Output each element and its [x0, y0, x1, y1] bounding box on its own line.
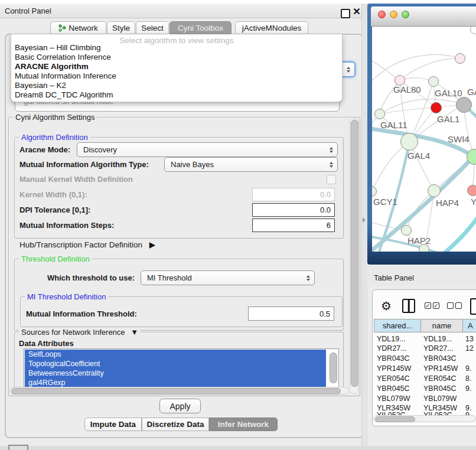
kernel-width-field[interactable]: 0.0: [252, 188, 335, 201]
dropdown-item[interactable]: Mutual Information Inference: [13, 71, 340, 81]
node-label: HAP2: [407, 236, 431, 246]
tab-infer-network-label: Infer Network: [218, 420, 269, 429]
table-cell[interactable]: YBR043C: [423, 354, 457, 363]
tab-discretize-data[interactable]: Discretize Data: [142, 418, 209, 431]
columns-icon[interactable]: [402, 299, 415, 313]
node-label: GAL11: [380, 120, 407, 130]
table-cell[interactable]: YER054C: [423, 374, 457, 383]
bottom-strip: [0, 446, 476, 450]
table-cell[interactable]: 9: [465, 411, 470, 415]
minimize-traffic-light-icon[interactable]: [390, 11, 397, 18]
tab-style[interactable]: Style: [107, 21, 135, 34]
table-cell[interactable]: YPR145W: [377, 364, 411, 373]
settings-vscroll-track[interactable]: [350, 118, 358, 394]
unchecked-checkbox-icon[interactable]: [455, 302, 462, 309]
mi-steps-field[interactable]: 6: [252, 219, 335, 232]
settings-vscroll-thumb[interactable]: [351, 120, 358, 387]
node-hap4[interactable]: [428, 184, 441, 197]
dpi-tolerance-field[interactable]: 0.0: [252, 203, 335, 217]
table-cell[interactable]: YDL19...: [377, 335, 406, 343]
algorithm-dropdown[interactable]: Select algorithm to view settings Bayesi…: [11, 34, 343, 102]
table-cell[interactable]: YDL19...: [423, 335, 452, 343]
attribute-item-selected[interactable]: BetweennessCentrality: [25, 369, 326, 378]
node-salmon[interactable]: [467, 185, 476, 196]
unchecked-checkbox-icon[interactable]: [447, 302, 454, 309]
control-panel-title: Control Panel: [5, 6, 51, 15]
table-cell[interactable]: 9.: [465, 384, 471, 393]
apply-button[interactable]: Apply: [159, 399, 201, 413]
float-window-icon[interactable]: [341, 9, 350, 18]
dropdown-item[interactable]: Basic Correlation Inference: [13, 53, 340, 62]
column-header-name[interactable]: name: [420, 319, 462, 332]
table-cell[interactable]: YER054C: [377, 374, 410, 383]
table-cell[interactable]: YPR145W: [423, 364, 458, 373]
partial-table-row[interactable]: YIL052C YIL052C 9: [373, 411, 476, 415]
which-threshold-combo[interactable]: MI Threshold: [141, 270, 315, 285]
threshold-definition-title: Threshold Definition: [19, 255, 92, 263]
mi-algorithm-type-combo[interactable]: Naive Bayes: [164, 157, 338, 172]
hub-definition-toggle[interactable]: Hub/Transcription Factor Definition ▶: [19, 240, 155, 249]
dropdown-item[interactable]: Bayesian – K2: [13, 81, 340, 90]
node-hap2[interactable]: [401, 225, 412, 236]
mi-threshold-field[interactable]: 0.5: [248, 306, 334, 321]
data-attributes-list[interactable]: SelfLoops TopologicalCoefficient Between…: [24, 348, 339, 388]
zoom-traffic-light-icon[interactable]: [402, 11, 409, 18]
column-header-partial[interactable]: A: [462, 319, 476, 332]
dropdown-item[interactable]: Dream8 DC_TDC Algorithm: [13, 90, 340, 100]
dropdown-item[interactable]: Bayesian – Hill Climbing: [13, 43, 340, 53]
table-cell[interactable]: 12: [465, 344, 474, 353]
corner-widget-icon[interactable]: [8, 445, 28, 450]
node-gal[interactable]: [455, 53, 465, 64]
document-icon[interactable]: [470, 298, 476, 315]
tab-jactivemnodules[interactable]: jActiveMNodules: [235, 21, 308, 34]
network-canvas[interactable]: GAL GAL80 GAL10 GAL1 GAL11 SWI4 GAL4 GCY…: [372, 27, 476, 252]
network-window-titlebar[interactable]: [371, 6, 476, 27]
mi-steps-label: Mutual Information Steps:: [19, 221, 114, 230]
tab-cyni-toolbox[interactable]: Cyni Toolbox: [169, 21, 232, 34]
table-cell[interactable]: 13: [465, 335, 474, 343]
dpi-tolerance-label: DPI Tolerance [0,1]:: [19, 206, 90, 214]
column-header-shared[interactable]: shared...: [374, 319, 420, 332]
tab-network[interactable]: Network: [50, 21, 106, 34]
node-gal4[interactable]: [400, 133, 418, 151]
tab-infer-network[interactable]: Infer Network: [209, 418, 278, 431]
attribute-item-selected[interactable]: SelfLoops: [25, 350, 326, 359]
table-cell[interactable]: 8.: [465, 374, 471, 383]
attribute-item-selected[interactable]: gal4RGexp: [25, 378, 326, 387]
node-gal1[interactable]: [431, 102, 442, 113]
list-vertical-scrollbar[interactable]: [330, 353, 337, 383]
settings-hscroll-thumb[interactable]: [11, 388, 341, 394]
table-cell[interactable]: YIL052C: [377, 411, 406, 415]
table-cell[interactable]: YBR043C: [377, 354, 410, 363]
table-cell[interactable]: 9.: [465, 364, 471, 373]
sources-group-title: Sources for Network Inference ▼: [19, 328, 141, 337]
checked-checkbox-icon[interactable]: ✓: [425, 302, 431, 309]
dropdown-item-selected[interactable]: ARACNE Algorithm: [13, 62, 340, 71]
node-gal10[interactable]: [428, 76, 439, 87]
table-hscroll-thumb[interactable]: [375, 416, 415, 422]
table-cell[interactable]: YDR27...: [423, 344, 454, 353]
close-traffic-light-icon[interactable]: [378, 11, 386, 18]
node-label: GAL4: [407, 151, 430, 161]
column-header-partial-label: A: [468, 321, 473, 330]
table-cell[interactable]: YDR27...: [377, 344, 407, 353]
gear-icon[interactable]: ⚙: [380, 299, 393, 312]
node-gray[interactable]: [456, 97, 472, 113]
node-gal11[interactable]: [374, 109, 385, 119]
collapse-down-icon[interactable]: ▼: [131, 328, 138, 337]
settings-hscroll-track[interactable]: [9, 387, 348, 394]
aracne-mode-combo[interactable]: Discovery: [77, 142, 338, 157]
checked-checkbox-icon[interactable]: ✓: [433, 302, 439, 309]
tab-select[interactable]: Select: [136, 21, 169, 34]
table-cell[interactable]: YBL079W: [423, 394, 457, 403]
table-cell[interactable]: YBR045C: [423, 384, 457, 393]
table-cell[interactable]: YBL079W: [377, 394, 410, 403]
control-panel-titlebar: Control Panel: [0, 4, 366, 18]
manual-kernel-width-checkbox[interactable]: [327, 175, 336, 184]
table-cell[interactable]: YBR045C: [377, 384, 410, 393]
table-hscroll-track[interactable]: [373, 415, 476, 422]
close-icon[interactable]: ✕: [352, 6, 361, 17]
table-cell[interactable]: YIL052C: [423, 411, 452, 415]
tab-impute-data[interactable]: Impute Data: [84, 418, 142, 431]
attribute-item-selected[interactable]: TopologicalCoefficient: [25, 359, 326, 369]
